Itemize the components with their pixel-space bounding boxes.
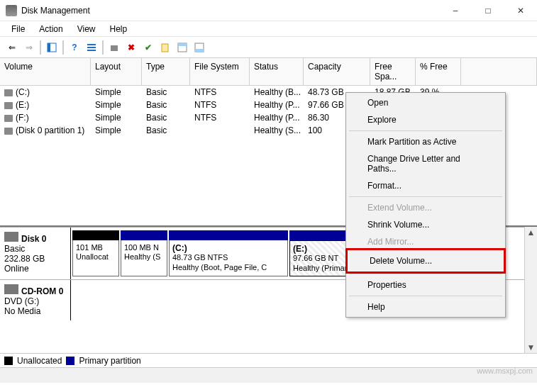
menu-action[interactable]: Action (32, 23, 70, 35)
svg-rect-2 (87, 44, 96, 45)
volume-name: (C:) (16, 87, 30, 97)
partition-bar (121, 230, 167, 240)
disk-label[interactable]: CD-ROM 0DVD (G:)No Media (0, 280, 71, 320)
menu-bar: File Action View Help (0, 21, 537, 37)
toolbar: ⇐ ⇒ ? ✖ ✔ (0, 37, 537, 58)
svg-rect-5 (111, 45, 118, 51)
settings-bottom-button[interactable] (192, 40, 207, 55)
disk-size: 232.88 GB (4, 254, 66, 264)
partition[interactable]: 100 MB NHealthy (S (121, 230, 167, 276)
disk-type: Basic (4, 244, 66, 254)
app-icon (6, 5, 17, 16)
show-hide-tree-button[interactable] (44, 40, 60, 55)
drive-icon (4, 128, 13, 135)
ctx-open[interactable]: Open (348, 94, 504, 111)
col-spacer (461, 58, 537, 85)
col-pct[interactable]: % Free (416, 58, 461, 85)
partition[interactable]: 101 MBUnallocat (72, 230, 119, 276)
ctx-mark[interactable]: Mark Partition as Active (348, 133, 504, 150)
col-status[interactable]: Status (250, 58, 304, 85)
partition[interactable]: (E:)97.66 GB NTHealthy (Primary Partitio… (289, 230, 350, 276)
drive-icon (4, 115, 13, 122)
forward-button[interactable]: ⇒ (21, 40, 37, 55)
volume-fs: NTFS (190, 86, 250, 98)
disk-type: DVD (G:) (4, 296, 66, 306)
volume-layout: Simple (91, 112, 142, 123)
volume-layout: Simple (91, 125, 142, 136)
partition[interactable]: (C:)48.73 GB NTFSHealthy (Boot, Page Fil… (169, 230, 288, 276)
help-button[interactable]: ? (67, 40, 82, 55)
volume-status: Healthy (P... (250, 99, 304, 111)
volume-header: Volume Layout Type File System Status Ca… (0, 58, 537, 86)
disk-label[interactable]: Disk 0Basic232.88 GBOnline (0, 228, 71, 279)
delete-icon-button[interactable]: ✖ (123, 40, 139, 55)
col-free[interactable]: Free Spa... (370, 58, 416, 85)
volume-name: (F:) (16, 113, 29, 123)
ctx-format[interactable]: Format... (348, 177, 504, 194)
volume-status: Healthy (B... (250, 86, 304, 98)
title-bar: Disk Management – □ ✕ (0, 0, 537, 21)
list-view-button[interactable] (84, 40, 99, 55)
svg-rect-10 (195, 49, 204, 52)
col-type[interactable]: Type (142, 58, 190, 85)
volume-layout: Simple (91, 86, 142, 98)
volume-name: (E:) (16, 100, 29, 110)
svg-rect-6 (162, 44, 168, 52)
menu-file[interactable]: File (4, 23, 32, 35)
volume-name: (Disk 0 partition 1) (16, 125, 84, 135)
back-button[interactable]: ⇐ (4, 40, 20, 55)
settings-top-button[interactable] (175, 40, 190, 55)
volume-fs: NTFS (190, 112, 250, 123)
disk-status: Online (4, 264, 66, 274)
svg-rect-3 (87, 47, 96, 48)
maximize-button[interactable]: □ (472, 0, 504, 21)
ctx-delete[interactable]: Delete Volume... (350, 252, 502, 269)
ctx-help[interactable]: Help (348, 298, 504, 315)
partition-info: (C:)48.73 GB NTFSHealthy (Boot, Page Fil… (169, 240, 288, 276)
volume-type: Basic (142, 112, 190, 123)
volume-layout: Simple (91, 99, 142, 111)
col-volume[interactable]: Volume (0, 58, 91, 85)
ctx-properties[interactable]: Properties (348, 276, 504, 293)
scroll-down-icon[interactable]: ▼ (526, 342, 537, 353)
drive-icon (4, 89, 13, 96)
scroll-up-icon[interactable]: ▲ (526, 227, 537, 238)
disk-icon (4, 284, 18, 294)
partition-info: 101 MBUnallocat (72, 240, 119, 276)
menu-help[interactable]: Help (103, 23, 135, 35)
volume-status: Healthy (P... (250, 112, 304, 123)
col-fs[interactable]: File System (190, 58, 250, 85)
scrollbar[interactable]: ▲ ▼ (524, 227, 537, 353)
svg-rect-4 (87, 50, 96, 51)
svg-rect-1 (48, 43, 50, 52)
partition-info: 100 MB NHealthy (S (121, 240, 167, 276)
new-icon-button[interactable] (157, 40, 173, 55)
col-capacity[interactable]: Capacity (304, 58, 370, 85)
watermark: www.msxpj.com (477, 366, 533, 375)
status-bar (0, 367, 537, 383)
partition-info: (E:)97.66 GB NTHealthy (Primary Partitio… (289, 240, 350, 276)
context-menu: Open Explore Mark Partition as Active Ch… (345, 92, 506, 318)
col-layout[interactable]: Layout (91, 58, 142, 85)
partition-bar (289, 230, 350, 240)
volume-fs: NTFS (190, 99, 250, 111)
disk-icon (4, 232, 18, 242)
ctx-change[interactable]: Change Drive Letter and Paths... (348, 150, 504, 177)
ctx-explore[interactable]: Explore (348, 111, 504, 128)
volume-status: Healthy (S... (250, 125, 304, 136)
refresh-button[interactable] (106, 40, 122, 55)
ctx-shrink[interactable]: Shrink Volume... (348, 216, 504, 233)
volume-type: Basic (142, 86, 190, 98)
disk-name: CD-ROM 0 (21, 286, 63, 296)
menu-view[interactable]: View (70, 23, 103, 35)
partition-bar (169, 230, 288, 240)
disk-name: Disk 0 (21, 234, 46, 244)
partition-bar (72, 230, 119, 240)
volume-fs (190, 130, 250, 131)
volume-type: Basic (142, 125, 190, 136)
close-button[interactable]: ✕ (504, 0, 537, 21)
drive-icon (4, 102, 13, 109)
minimize-button[interactable]: – (439, 0, 472, 21)
window-title: Disk Management (21, 6, 439, 16)
check-icon-button[interactable]: ✔ (140, 40, 156, 55)
